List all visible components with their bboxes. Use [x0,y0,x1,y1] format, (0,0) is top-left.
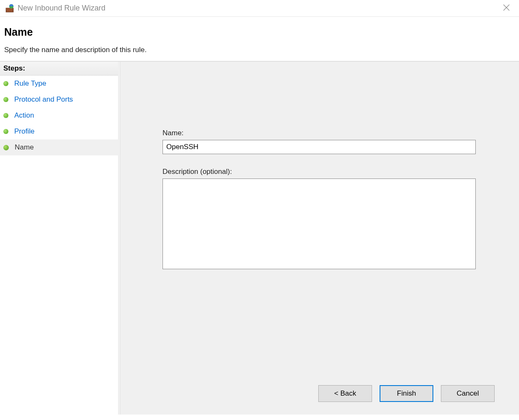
close-button[interactable] [499,2,514,15]
svg-rect-1 [6,8,8,10]
svg-rect-7 [10,10,12,11]
step-name[interactable]: Name [0,139,118,155]
close-icon [503,4,510,11]
name-input[interactable] [163,140,476,154]
wizard-header: Name Specify the name and description of… [0,17,519,62]
svg-rect-5 [7,10,8,11]
step-label: Name [15,143,34,152]
svg-rect-4 [11,8,13,10]
app-icon [5,4,14,13]
svg-rect-3 [10,8,11,10]
page-title: Name [4,26,515,38]
svg-rect-2 [8,8,9,10]
steps-heading: Steps: [0,62,118,76]
step-label: Action [14,111,34,120]
name-label: Name: [163,129,477,137]
finish-button[interactable]: Finish [380,385,433,402]
step-bullet-icon [3,113,8,118]
step-label: Profile [14,127,34,136]
title-bar: New Inbound Rule Wizard [0,0,519,17]
form-area: Name: Description (optional): [121,62,519,271]
step-protocol-ports[interactable]: Protocol and Ports [0,92,118,108]
cancel-button[interactable]: Cancel [441,385,495,402]
page-subtitle: Specify the name and description of this… [4,46,515,54]
step-bullet-icon [3,145,9,150]
step-bullet-icon [3,81,8,86]
step-bullet-icon [3,129,8,134]
step-profile[interactable]: Profile [0,123,118,139]
back-button[interactable]: < Back [318,385,372,402]
wizard-buttons: < Back Finish Cancel [318,385,495,402]
window-title: New Inbound Rule Wizard [18,4,499,13]
step-action[interactable]: Action [0,108,118,123]
svg-rect-6 [9,10,10,11]
steps-sidebar: Steps: Rule Type Protocol and Ports Acti… [0,62,118,415]
description-textarea[interactable] [163,178,476,269]
step-label: Rule Type [14,79,46,88]
step-label: Protocol and Ports [14,95,73,104]
step-bullet-icon [3,97,8,102]
main-panel: Name: Description (optional): < Back Fin… [118,62,519,415]
step-rule-type[interactable]: Rule Type [0,76,118,92]
description-label: Description (optional): [163,168,477,176]
